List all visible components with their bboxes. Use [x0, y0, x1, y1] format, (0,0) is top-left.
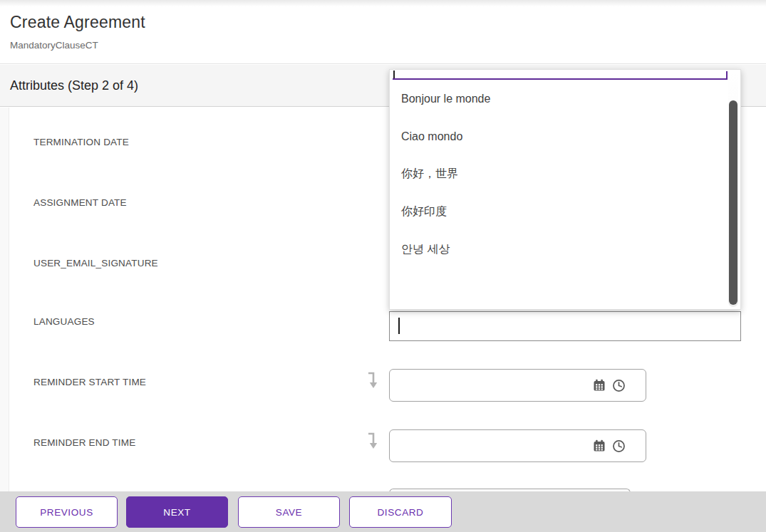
languages-dropdown: Bonjour le monde Ciao mondo 你好，世界 你好印度 안…	[389, 69, 741, 310]
dropdown-option-list: Bonjour le monde Ciao mondo 你好，世界 你好印度 안…	[390, 80, 725, 268]
page-header: Create Agreement MandatoryClauseCT	[0, 0, 766, 64]
previous-button[interactable]: PREVIOUS	[16, 496, 118, 528]
top-shadow	[0, 0, 766, 6]
reminder-end-time-input[interactable]	[389, 429, 646, 462]
action-footer: PREVIOUS NEXT SAVE DISCARD	[0, 491, 766, 532]
dropdown-option[interactable]: Ciao mondo	[390, 118, 725, 155]
clock-icon[interactable]	[612, 439, 626, 453]
dropdown-option[interactable]: 안녕 세상	[390, 231, 725, 268]
page-title: Create Agreement	[10, 13, 145, 32]
dropdown-option[interactable]: 你好印度	[390, 193, 725, 231]
left-gutter	[0, 108, 9, 491]
discard-button[interactable]: DISCARD	[349, 496, 452, 528]
field-label-reminder-start-time: REMINDER START TIME	[33, 377, 146, 387]
field-label-user-email-signature: USER_EMAIL_SIGNATURE	[33, 258, 158, 268]
calendar-icon[interactable]	[593, 439, 606, 452]
field-label-assignment-date: ASSIGNMENT DATE	[33, 197, 127, 208]
dropdown-option[interactable]: 你好，世界	[390, 155, 725, 193]
reminder-start-time-input[interactable]	[389, 369, 646, 402]
field-label-termination-date: TERMINATION DATE	[33, 137, 129, 147]
calendar-icon[interactable]	[593, 379, 606, 392]
next-button[interactable]: NEXT	[126, 496, 228, 528]
dropdown-scrollbar-thumb[interactable]	[729, 100, 737, 305]
field-label-languages: LANGUAGES	[33, 316, 95, 327]
save-button[interactable]: SAVE	[238, 496, 340, 528]
clock-icon[interactable]	[612, 379, 626, 392]
create-agreement-screen: Create Agreement MandatoryClauseCT Attri…	[0, 0, 766, 532]
dropdown-option[interactable]: Bonjour le monde	[390, 80, 725, 118]
step-section-title: Attributes (Step 2 of 4)	[10, 65, 138, 107]
field-label-reminder-end-time: REMINDER END TIME	[33, 437, 135, 448]
text-caret	[398, 318, 400, 334]
languages-input[interactable]	[389, 311, 741, 341]
filter-input-underline-cap	[726, 71, 728, 80]
page-subtitle: MandatoryClauseCT	[10, 40, 98, 51]
level-down-icon	[367, 431, 380, 451]
level-down-icon	[367, 370, 380, 390]
